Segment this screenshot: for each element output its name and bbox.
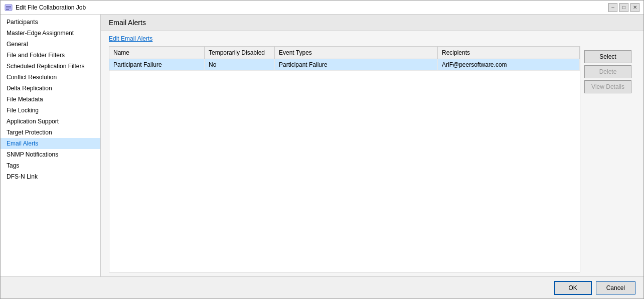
col-temporarily-disabled: Temporarily Disabled: [205, 47, 275, 59]
edit-email-alerts-link[interactable]: Edit Email Alerts: [109, 35, 635, 42]
close-button[interactable]: ✕: [630, 3, 639, 12]
cell-recipients: AriF@peersoftware.com: [438, 59, 580, 70]
table-panel: Name Temporarily Disabled Event Types Re…: [109, 46, 635, 272]
col-recipients: Recipients: [438, 47, 580, 59]
section-header: Email Alerts: [101, 15, 643, 31]
svg-rect-2: [6, 8, 11, 9]
sidebar-item-snmp-notifications[interactable]: SNMP Notifications: [1, 149, 100, 160]
sidebar-item-master-edge[interactable]: Master-Edge Assignment: [1, 28, 100, 39]
footer: OK Cancel: [1, 276, 643, 298]
title-controls: – □ ✕: [608, 3, 639, 12]
delete-button[interactable]: Delete: [584, 65, 631, 78]
sidebar-item-file-folder-filters[interactable]: File and Folder Filters: [1, 50, 100, 61]
select-button[interactable]: Select: [584, 50, 631, 63]
sidebar-item-delta-replication[interactable]: Delta Replication: [1, 83, 100, 94]
sidebar-item-target-protection[interactable]: Target Protection: [1, 127, 100, 138]
main-content: Edit Email Alerts Name Temporarily Disab…: [101, 31, 643, 276]
sidebar-item-file-metadata[interactable]: File Metadata: [1, 94, 100, 105]
sidebar: ParticipantsMaster-Edge AssignmentGenera…: [1, 15, 101, 276]
table-row[interactable]: Participant Failure No Participant Failu…: [109, 59, 580, 71]
content-area: ParticipantsMaster-Edge AssignmentGenera…: [1, 15, 643, 276]
col-name: Name: [109, 47, 205, 59]
sidebar-item-scheduled-replication[interactable]: Scheduled Replication Filters: [1, 61, 100, 72]
svg-rect-1: [6, 6, 11, 7]
sidebar-item-dfs-n-link[interactable]: DFS-N Link: [1, 171, 100, 182]
section-title: Email Alerts: [109, 19, 635, 27]
cancel-button[interactable]: Cancel: [596, 281, 635, 294]
sidebar-item-application-support[interactable]: Application Support: [1, 116, 100, 127]
title-bar-left: Edit File Collaboration Job: [5, 4, 86, 12]
cell-event-types: Participant Failure: [275, 59, 438, 70]
email-alerts-table: Name Temporarily Disabled Event Types Re…: [109, 46, 580, 272]
sidebar-item-email-alerts[interactable]: Email Alerts: [1, 138, 100, 149]
cell-name: Participant Failure: [109, 59, 205, 70]
minimize-button[interactable]: –: [608, 3, 617, 12]
svg-rect-3: [6, 9, 9, 10]
window-title: Edit File Collaboration Job: [16, 4, 86, 11]
sidebar-item-conflict-resolution[interactable]: Conflict Resolution: [1, 72, 100, 83]
main-panel: Email Alerts Edit Email Alerts Name Temp…: [101, 15, 643, 276]
table-header: Name Temporarily Disabled Event Types Re…: [109, 47, 580, 59]
action-buttons: Select Delete View Details: [580, 46, 635, 97]
ok-button[interactable]: OK: [554, 281, 592, 295]
col-event-types: Event Types: [275, 47, 438, 59]
view-details-button[interactable]: View Details: [584, 80, 631, 93]
cell-temporarily-disabled: No: [205, 59, 275, 70]
table-body: Participant Failure No Participant Failu…: [109, 59, 580, 272]
sidebar-item-general[interactable]: General: [1, 39, 100, 50]
sidebar-item-participants[interactable]: Participants: [1, 17, 100, 28]
main-window: Edit File Collaboration Job – □ ✕ Partic…: [0, 0, 644, 299]
title-bar: Edit File Collaboration Job – □ ✕: [1, 1, 643, 15]
sidebar-item-file-locking[interactable]: File Locking: [1, 105, 100, 116]
maximize-button[interactable]: □: [619, 3, 628, 12]
window-icon: [5, 4, 13, 12]
sidebar-item-tags[interactable]: Tags: [1, 160, 100, 171]
